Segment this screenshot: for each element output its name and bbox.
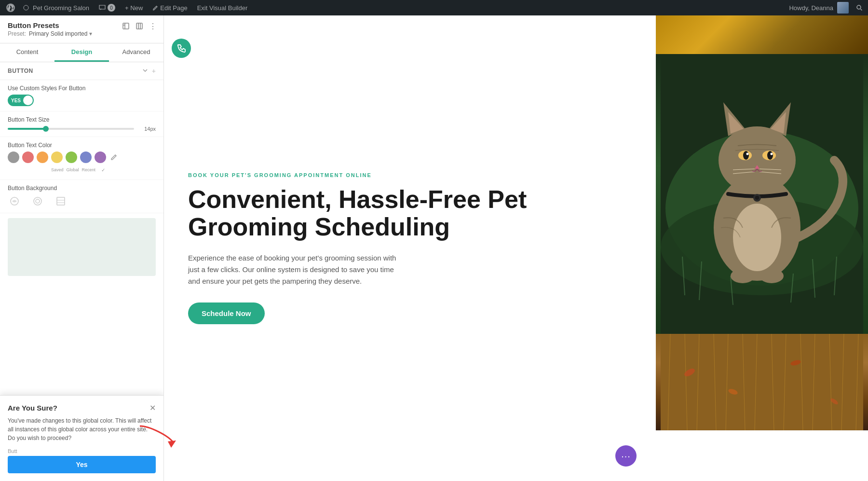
svg-marker-11 [168, 440, 176, 448]
svg-rect-3 [123, 23, 129, 29]
text-color-label: Button Text Color [8, 142, 156, 149]
color-picker-icon[interactable] [109, 152, 119, 162]
color-swatch-blue[interactable] [80, 151, 92, 163]
svg-rect-4 [136, 23, 142, 29]
section-title-button: Button [8, 68, 33, 74]
bg-pattern-icon [54, 194, 68, 208]
svg-rect-8 [57, 197, 65, 205]
comments-link[interactable]: 0 [95, 0, 119, 15]
color-swatch-red[interactable] [22, 151, 34, 163]
text-size-value: 14px [139, 126, 156, 132]
confirm-header: Are You Sure? ✕ [8, 403, 156, 412]
howdy-section: Howdy, Deanna [785, 2, 853, 14]
hero-section: BOOK YOUR PET'S GROOMING APPOINTMENT ONL… [164, 15, 868, 481]
text-color-field: Button Text Color [0, 137, 163, 180]
new-post-link[interactable]: + New [121, 0, 147, 15]
arrow-indicator [130, 416, 178, 452]
bg-gradient-icon [8, 194, 21, 208]
button-background-field: Button Background [0, 180, 163, 213]
tab-advanced[interactable]: Advanced [109, 43, 163, 62]
custom-styles-label: Use Custom Styles For Button [8, 85, 156, 92]
svg-point-42 [760, 269, 784, 283]
swatch-check-icon: ✓ [98, 165, 108, 175]
svg-point-32 [746, 153, 749, 155]
custom-styles-toggle[interactable]: YES [8, 95, 34, 106]
button-section-header: Button + [0, 62, 163, 80]
color-swatch-yellow[interactable] [51, 151, 63, 163]
tab-content[interactable]: Content [0, 43, 54, 62]
section-add-icon[interactable]: + [152, 67, 156, 75]
section-collapse-icon[interactable] [142, 67, 148, 75]
expand-icon[interactable] [120, 20, 132, 32]
toggle-yes-label: YES [11, 98, 21, 103]
hero-left: BOOK YOUR PET'S GROOMING APPOINTMENT ONL… [164, 15, 656, 481]
floating-phone-button[interactable] [172, 39, 191, 58]
svg-point-40 [755, 195, 760, 200]
tab-design[interactable]: Design [54, 43, 109, 62]
page-content: BOOK YOUR PET'S GROOMING APPOINTMENT ONL… [164, 15, 868, 481]
hero-description: Experience the ease of booking your pet'… [188, 252, 400, 287]
hero-eyebrow: BOOK YOUR PET'S GROOMING APPOINTMENT ONL… [188, 172, 632, 178]
color-swatch-grey[interactable] [8, 151, 19, 163]
schedule-now-button[interactable]: Schedule Now [188, 302, 265, 324]
svg-point-23 [719, 126, 796, 194]
wp-icon[interactable] [4, 0, 17, 15]
edit-page-link[interactable]: Edit Page [149, 0, 191, 15]
sidebar-panel: Button Presets Preset: Primary Solid imp… [0, 15, 164, 481]
svg-point-33 [771, 153, 773, 155]
visual-builder-link[interactable]: Exit Visual Builder [193, 0, 252, 15]
color-swatch-purple[interactable] [95, 151, 106, 163]
svg-point-6 [34, 197, 41, 205]
svg-rect-43 [661, 334, 863, 430]
confirm-close-button[interactable]: ✕ [149, 403, 156, 412]
toggle-knob [23, 96, 33, 105]
text-size-field: Button Text Size 14px [0, 111, 163, 137]
floating-more-button[interactable]: ··· [615, 445, 637, 467]
color-swatches [8, 151, 156, 163]
svg-point-30 [743, 151, 749, 160]
swatch-label-global: Global [67, 167, 79, 172]
text-size-slider: 14px [8, 126, 156, 132]
swatch-label-saved: Saved [51, 167, 64, 172]
user-avatar[interactable] [837, 2, 849, 14]
site-name-link[interactable]: Pet Grooming Salon [19, 0, 93, 15]
admin-bar: Pet Grooming Salon 0 + New Edit Page Exi… [0, 0, 868, 15]
top-image-panel [656, 15, 868, 54]
sidebar-tabs: Content Design Advanced [0, 43, 163, 62]
svg-point-41 [731, 269, 755, 283]
columns-icon[interactable] [134, 20, 145, 32]
slider-thumb[interactable] [43, 126, 49, 132]
bg-icon-3[interactable] [54, 194, 68, 208]
search-button[interactable] [854, 0, 864, 15]
bg-color-icon [31, 194, 44, 208]
confirm-yes-button[interactable]: Yes [8, 456, 156, 473]
swatch-label-recent: Recent [82, 167, 96, 172]
sidebar-header-icons: ⋮ [120, 20, 159, 32]
button-preview [8, 218, 156, 276]
button-bg-icons [8, 194, 156, 208]
custom-styles-field: Use Custom Styles For Button YES [0, 80, 163, 111]
confirm-title: Are You Sure? [8, 404, 57, 412]
bg-icon-1[interactable] [8, 194, 21, 208]
more-options-icon[interactable]: ⋮ [147, 20, 159, 32]
button-background-label: Button Background [8, 185, 156, 192]
color-swatch-green[interactable] [66, 151, 77, 163]
slider-track[interactable] [8, 128, 134, 130]
color-swatch-orange[interactable] [37, 151, 48, 163]
hero-right-panels [656, 15, 868, 481]
svg-point-31 [767, 151, 773, 160]
comment-count: 0 [108, 4, 115, 12]
svg-point-1 [24, 5, 28, 10]
swatch-labels: Saved Global Recent ✓ [8, 165, 156, 175]
sidebar-header: Button Presets Preset: Primary Solid imp… [0, 15, 163, 43]
slider-fill [8, 128, 46, 130]
text-size-label: Button Text Size [8, 116, 156, 123]
bg-icon-2[interactable] [31, 194, 44, 208]
hero-title: Convenient, Hassle-Free Pet Grooming Sch… [188, 186, 632, 241]
svg-point-2 [857, 5, 861, 9]
bottom-image-panel [656, 334, 868, 430]
main-layout: Button Presets Preset: Primary Solid imp… [0, 0, 868, 481]
svg-point-7 [36, 199, 40, 203]
main-image-panel [656, 54, 868, 334]
